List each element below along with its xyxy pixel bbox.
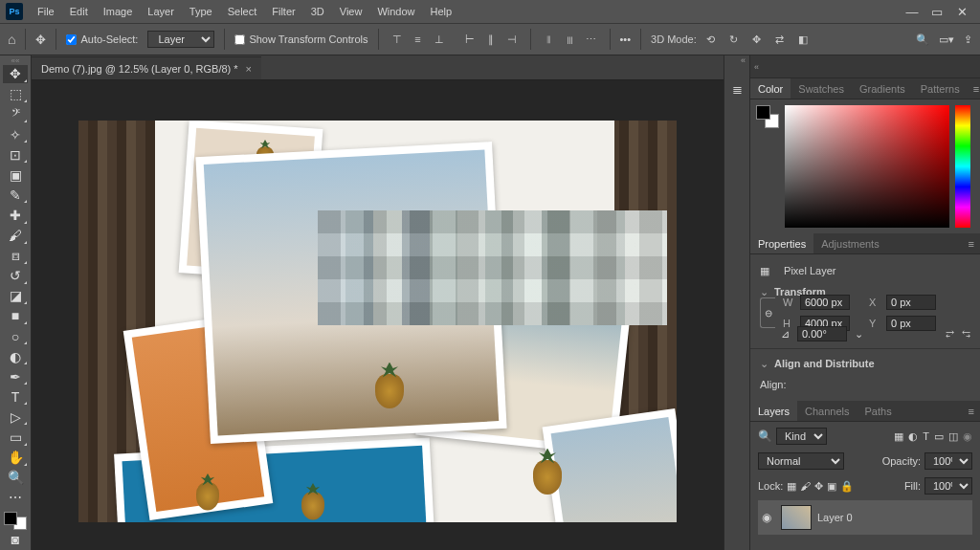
brush-tool[interactable]: 🖌: [3, 227, 28, 245]
filter-pixel-icon[interactable]: ▦: [894, 430, 903, 443]
eraser-tool[interactable]: ◪: [3, 287, 28, 305]
tab-gradients[interactable]: Gradients: [852, 78, 913, 99]
align-right-icon[interactable]: ⊣: [503, 31, 521, 48]
tools-handle-icon[interactable]: ««: [6, 59, 25, 64]
panel-menu-icon[interactable]: ≡: [963, 406, 980, 417]
layer-filter-select[interactable]: Kind: [776, 428, 827, 445]
shape-tool[interactable]: ▭: [3, 428, 28, 446]
color-field[interactable]: [785, 105, 949, 228]
zoom-tool[interactable]: 🔍: [3, 469, 28, 487]
minimize-icon[interactable]: —: [905, 5, 919, 19]
path-select-tool[interactable]: ▷: [3, 407, 28, 426]
menu-layer[interactable]: Layer: [141, 4, 181, 19]
chevron-down-icon[interactable]: ⌄: [760, 286, 768, 298]
dist-top-icon[interactable]: ⫴: [541, 31, 558, 48]
auto-select-checkbox[interactable]: [66, 34, 77, 45]
lasso-tool[interactable]: 𝄢: [3, 105, 28, 123]
show-transform-toggle[interactable]: Show Transform Controls: [234, 33, 368, 45]
menu-view[interactable]: View: [333, 4, 369, 19]
menu-type[interactable]: Type: [183, 4, 219, 19]
filter-shape-icon[interactable]: ▭: [934, 430, 944, 443]
search-icon[interactable]: 🔍: [916, 33, 929, 46]
hue-slider[interactable]: [955, 105, 970, 228]
align-left-icon[interactable]: ⊢: [461, 31, 479, 48]
tab-color[interactable]: Color: [750, 78, 791, 99]
angle-dropdown-icon[interactable]: ⌄: [855, 328, 863, 341]
angle-input[interactable]: [797, 326, 847, 341]
lock-paint-icon[interactable]: 🖌: [800, 480, 811, 492]
opacity-input[interactable]: 100%: [924, 452, 972, 470]
flip-v-icon[interactable]: ⥃: [962, 328, 970, 341]
filter-adjust-icon[interactable]: ◐: [908, 430, 918, 443]
chevron-down-icon[interactable]: ⌄: [760, 358, 768, 370]
menu-3d[interactable]: 3D: [304, 4, 331, 19]
menu-select[interactable]: Select: [221, 4, 264, 19]
canvas[interactable]: [78, 121, 677, 522]
hand-tool[interactable]: ✋: [3, 449, 28, 467]
x-input[interactable]: [886, 295, 936, 310]
crop-tool[interactable]: ⊡: [3, 145, 28, 164]
lock-pixels-icon[interactable]: ▦: [787, 480, 796, 493]
align-top-icon[interactable]: ⊤: [389, 31, 406, 48]
share-icon[interactable]: ⇪: [964, 33, 972, 46]
align-bottom-icon[interactable]: ⊥: [431, 31, 448, 48]
menu-window[interactable]: Window: [370, 4, 421, 19]
quickmask-icon[interactable]: ◙: [3, 531, 28, 549]
auto-select-toggle[interactable]: Auto-Select:: [66, 33, 138, 45]
color-fg-bg[interactable]: [756, 105, 779, 128]
menu-image[interactable]: Image: [97, 4, 140, 19]
marquee-tool[interactable]: ⬚: [3, 85, 28, 103]
maximize-icon[interactable]: ▭: [930, 5, 944, 19]
filter-smart-icon[interactable]: ◫: [948, 430, 958, 443]
layer-row[interactable]: ◉ Layer 0: [758, 500, 972, 535]
lock-pos-icon[interactable]: ✥: [814, 480, 823, 493]
pen-tool[interactable]: ✒: [3, 367, 28, 385]
y-input[interactable]: [886, 316, 936, 331]
menu-help[interactable]: Help: [424, 4, 459, 19]
tab-properties[interactable]: Properties: [750, 233, 813, 253]
home-icon[interactable]: ⌂: [8, 32, 15, 47]
width-input[interactable]: [800, 295, 850, 310]
menu-file[interactable]: File: [31, 4, 61, 19]
auto-select-target[interactable]: Layer: [147, 31, 214, 48]
visibility-icon[interactable]: ◉: [762, 511, 775, 524]
document-tab[interactable]: Demo (7).jpg @ 12.5% (Layer 0, RGB/8) * …: [32, 56, 261, 79]
dist-bot-icon[interactable]: ⋯: [583, 31, 600, 48]
tab-swatches[interactable]: Swatches: [791, 78, 852, 99]
lock-all-icon[interactable]: 🔒: [840, 480, 854, 493]
tab-paths[interactable]: Paths: [858, 401, 900, 421]
filter-type-icon[interactable]: T: [923, 430, 929, 443]
flip-h-icon[interactable]: ⥂: [946, 328, 954, 341]
align-vmid-icon[interactable]: ≡: [410, 31, 427, 48]
filter-toggle-icon[interactable]: ◉: [963, 430, 972, 443]
workspace-icon[interactable]: ▭▾: [939, 33, 954, 46]
tab-layers[interactable]: Layers: [750, 401, 797, 421]
link-wh-icon[interactable]: ⊖: [760, 297, 775, 328]
move-tool[interactable]: ✥: [3, 65, 28, 83]
more-align-icon[interactable]: •••: [620, 33, 632, 45]
blend-mode-select[interactable]: Normal: [758, 452, 844, 470]
color-swatches[interactable]: [4, 512, 27, 530]
panel-collapse-icon[interactable]: «: [750, 62, 763, 72]
gradient-tool[interactable]: ■: [3, 307, 28, 325]
panel-menu-icon[interactable]: ≡: [963, 238, 980, 250]
search-icon[interactable]: 🔍: [758, 429, 772, 443]
tab-close-icon[interactable]: ×: [246, 63, 252, 75]
history-panel-icon[interactable]: ≣: [726, 78, 747, 99]
type-tool[interactable]: T: [3, 387, 28, 406]
menu-edit[interactable]: Edit: [63, 4, 95, 19]
tab-patterns[interactable]: Patterns: [913, 78, 968, 99]
edit-toolbar-icon[interactable]: ⋯: [3, 489, 28, 507]
canvas-area[interactable]: [32, 80, 724, 550]
stamp-tool[interactable]: ⧈: [3, 247, 28, 265]
tab-adjustments[interactable]: Adjustments: [813, 233, 887, 253]
dodge-tool[interactable]: ◐: [3, 347, 28, 365]
align-hmid-icon[interactable]: ∥: [482, 31, 500, 48]
fill-input[interactable]: 100%: [924, 477, 972, 495]
layer-name[interactable]: Layer 0: [817, 512, 853, 523]
panel-menu-icon[interactable]: ≡: [968, 83, 980, 95]
dist-mid-icon[interactable]: ⫼: [562, 31, 579, 48]
wand-tool[interactable]: ✧: [3, 125, 28, 143]
frame-tool[interactable]: ▣: [3, 165, 28, 184]
healing-tool[interactable]: ✚: [3, 206, 28, 224]
